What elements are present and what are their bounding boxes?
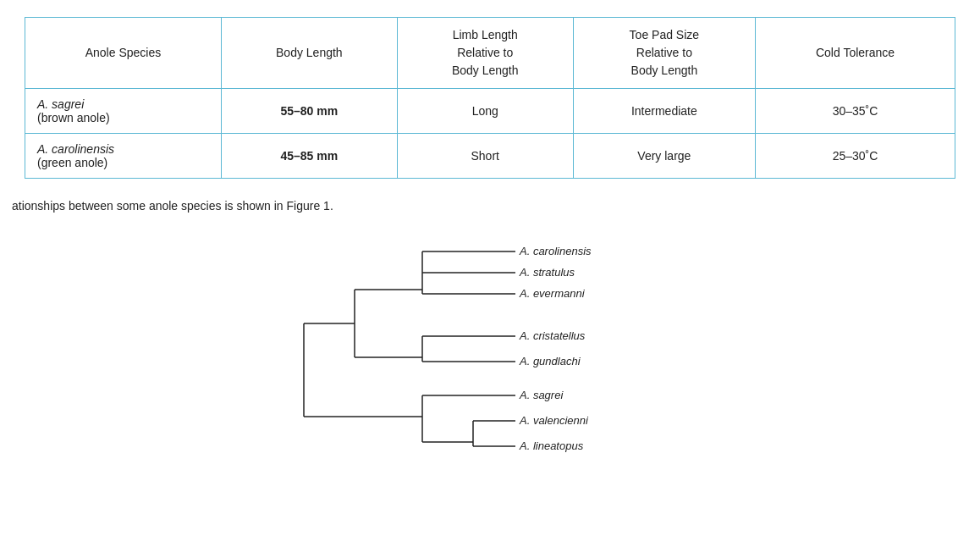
- body-length-sagrei: 55–80 mm: [221, 89, 397, 134]
- header-toe-pad: Toe Pad SizeRelative toBody Length: [573, 18, 755, 89]
- label-carolinensis: A. carolinensis: [519, 245, 592, 257]
- description-text: ationships between some anole species is…: [8, 199, 972, 213]
- data-table: Anole Species Body Length Limb LengthRel…: [25, 17, 955, 179]
- table-row: A. carolinensis (green anole) 45–85 mm S…: [25, 134, 955, 179]
- limb-length-carolinensis: Short: [397, 134, 573, 179]
- table-row: A. sagrei (brown anole) 55–80 mm Long In…: [25, 89, 955, 134]
- cold-tolerance-sagrei: 30–35˚C: [756, 89, 955, 134]
- species-sagrei: A. sagrei (brown anole): [25, 89, 222, 134]
- header-limb-length: Limb LengthRelative toBody Length: [397, 18, 573, 89]
- toe-pad-sagrei: Intermediate: [573, 89, 755, 134]
- cold-tolerance-carolinensis: 25–30˚C: [756, 134, 955, 179]
- toe-pad-carolinensis: Very large: [573, 134, 755, 179]
- body-length-carolinensis: 45–85 mm: [221, 134, 397, 179]
- label-stratulus: A. stratulus: [519, 266, 575, 279]
- phylogeny-tree: .label { font-family: Arial, sans-serif;…: [253, 226, 727, 472]
- label-cristatellus: A. cristatellus: [519, 329, 586, 342]
- species-carolinensis: A. carolinensis (green anole): [25, 134, 222, 179]
- header-species: Anole Species: [25, 18, 222, 89]
- header-body-length: Body Length: [221, 18, 397, 89]
- label-gundlachi: A. gundlachi: [519, 355, 581, 367]
- limb-length-sagrei: Long: [397, 89, 573, 134]
- phylogeny-figure: .label { font-family: Arial, sans-serif;…: [8, 226, 972, 472]
- label-sagrei: A. sagrei: [519, 389, 564, 401]
- label-valencienni: A. valencienni: [519, 414, 589, 427]
- header-cold-tolerance: Cold Tolerance: [756, 18, 955, 89]
- label-lineatopus: A. lineatopus: [519, 439, 584, 452]
- label-evermanni: A. evermanni: [519, 287, 586, 300]
